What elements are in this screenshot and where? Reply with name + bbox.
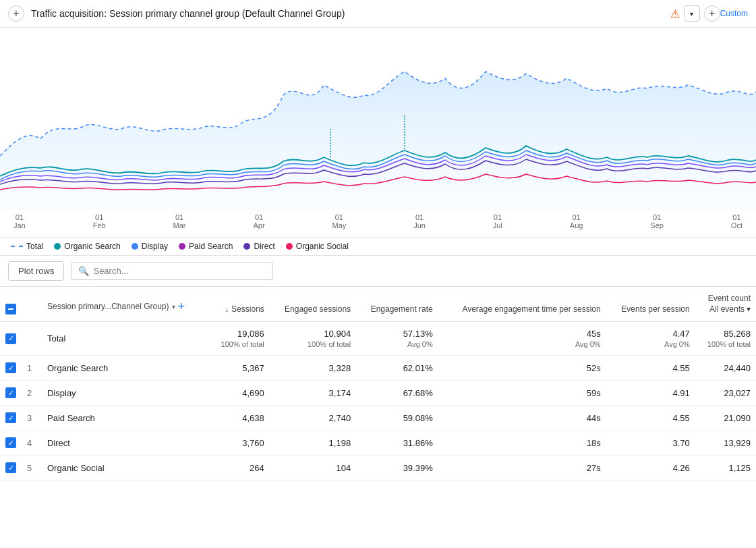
events-per-session-column-header[interactable]: Events per session [606, 287, 695, 322]
row-sessions-4: 264 [209, 456, 270, 481]
x-axis: 01 Jan 01 Feb 01 Mar 01 Apr 01 May 01 Ju… [0, 213, 756, 229]
display-legend-label: Display [142, 242, 168, 251]
row-checkbox-cell-2[interactable]: ✓ [0, 406, 22, 431]
row-checkbox-0[interactable]: ✓ [5, 362, 16, 373]
total-events-sub: Avg 0% [612, 340, 690, 348]
channel-name-3: Direct [47, 438, 70, 448]
x-label-jun: 01 Jun [413, 213, 426, 229]
row-channel-0: Organic Search [42, 356, 209, 381]
organic-social-legend-icon [286, 243, 293, 250]
legend-display[interactable]: Display [132, 242, 168, 251]
chart-container: 01 Jan 01 Feb 01 Mar 01 Apr 01 May 01 Ju… [0, 28, 756, 237]
row-engaged-0: 3,328 [270, 356, 356, 381]
organic-search-legend-icon [54, 243, 61, 250]
row-engagement-rate-1: 67.68% [356, 381, 438, 406]
row-engagement-rate-4: 39.39% [356, 456, 438, 481]
engagement-rate-column-header[interactable]: Engagement rate [356, 287, 438, 322]
add-dimension-button[interactable]: + [178, 299, 185, 314]
sessions-column-header[interactable]: ↓ Sessions [209, 287, 270, 322]
display-legend-icon [132, 243, 138, 250]
total-events-per-session-value: 4.47 [672, 329, 689, 339]
legend-organic-search[interactable]: Organic Search [54, 242, 120, 251]
row-checkbox-cell-1[interactable]: ✓ [0, 381, 22, 406]
channel-name-2: Paid Search [47, 413, 95, 423]
row-avg-engagement-3: 18s [438, 431, 606, 456]
row-rank-1: 2 [22, 381, 42, 406]
checkmark-icon: ✓ [8, 364, 14, 372]
row-event-count-3: 13,929 [695, 431, 756, 456]
engagement-rate-label: Engagement rate [371, 304, 433, 314]
row-events-per-session-1: 4.91 [606, 381, 695, 406]
checkbox-minus-icon[interactable] [5, 304, 16, 314]
row-rank-4: 5 [22, 456, 42, 481]
events-per-session-label: Events per session [621, 304, 689, 314]
x-label-feb: 01 Feb [93, 213, 106, 229]
table-header-row: Session primary...Channel Group) ▾ + ↓ S… [0, 287, 756, 322]
add-card-button[interactable]: + [8, 5, 24, 22]
row-channel-2: Paid Search [42, 406, 209, 431]
table-row: ✓ 5 Organic Social 264 104 39.39% 27s 4.… [0, 456, 756, 481]
row-checkbox-3[interactable]: ✓ [5, 437, 16, 448]
checkmark-icon: ✓ [8, 464, 14, 472]
event-count-label: Event count [708, 294, 751, 303]
row-channel-1: Display [42, 381, 209, 406]
row-checkbox-2[interactable]: ✓ [5, 412, 16, 423]
select-all-checkbox[interactable] [0, 287, 22, 322]
paid-search-legend-icon [179, 243, 185, 250]
legend-organic-social[interactable]: Organic Social [286, 242, 349, 251]
total-events-per-session-cell: 4.47 Avg 0% [606, 322, 695, 356]
total-engagement-rate-value: 57.13% [403, 329, 433, 339]
search-input[interactable] [93, 266, 266, 276]
total-engaged-cell: 10,904 100% of total [270, 322, 356, 356]
row-checkbox-4[interactable]: ✓ [5, 462, 16, 473]
row-engagement-rate-0: 62.01% [356, 356, 438, 381]
row-checkbox-1[interactable]: ✓ [5, 387, 16, 398]
title-dropdown-button[interactable]: ▾ [684, 5, 700, 22]
total-legend-label: Total [26, 242, 43, 251]
row-sessions-0: 5,367 [209, 356, 270, 381]
total-checkbox[interactable]: ✓ [5, 333, 16, 344]
paid-search-legend-label: Paid Search [189, 242, 233, 251]
row-sessions-3: 3,760 [209, 431, 270, 456]
total-legend-icon [11, 246, 23, 247]
table-row: ✓ 4 Direct 3,760 1,198 31.86% 18s 3.70 1… [0, 431, 756, 456]
row-checkbox-cell-4[interactable]: ✓ [0, 456, 22, 481]
search-box[interactable]: 🔍 [71, 262, 273, 280]
x-label-aug: 01 Aug [570, 213, 583, 229]
x-label-mar: 01 Mar [173, 213, 186, 229]
dimension-column-header[interactable]: Session primary...Channel Group) ▾ + [42, 287, 209, 322]
add-comparison-button[interactable]: + [704, 5, 720, 22]
row-avg-engagement-2: 44s [438, 406, 606, 431]
legend-direct[interactable]: Direct [243, 242, 274, 251]
checkmark-icon: ✓ [8, 335, 14, 342]
row-checkbox-cell-0[interactable]: ✓ [0, 356, 22, 381]
warning-icon[interactable]: ⚠ [670, 7, 680, 20]
total-sessions-cell: 19,086 100% of total [209, 322, 270, 356]
custom-label[interactable]: Custom [720, 9, 748, 18]
all-events-dropdown[interactable]: All events ▾ [709, 304, 751, 314]
row-engagement-rate-2: 59.08% [356, 406, 438, 431]
organic-social-legend-label: Organic Social [296, 242, 349, 251]
x-label-sep: 01 Sep [650, 213, 664, 229]
total-checkbox-cell[interactable]: ✓ [0, 322, 22, 356]
avg-engagement-column-header[interactable]: Average engagement time per session [438, 287, 606, 322]
event-count-column-header[interactable]: Event count All events ▾ [695, 287, 756, 322]
dimension-dropdown-icon[interactable]: ▾ [172, 302, 175, 311]
row-engaged-3: 1,198 [270, 431, 356, 456]
legend-paid-search[interactable]: Paid Search [179, 242, 233, 251]
total-avg-sub: Avg 0% [444, 340, 601, 348]
row-avg-engagement-0: 52s [438, 356, 606, 381]
row-events-per-session-4: 4.26 [606, 456, 695, 481]
legend-total[interactable]: Total [11, 242, 43, 251]
plot-rows-button[interactable]: Plot rows [8, 261, 64, 281]
row-events-per-session-0: 4.55 [606, 356, 695, 381]
row-engaged-2: 2,740 [270, 406, 356, 431]
row-engaged-1: 3,174 [270, 381, 356, 406]
row-checkbox-cell-3[interactable]: ✓ [0, 431, 22, 456]
total-engagement-rate-sub: Avg 0% [361, 340, 433, 348]
engaged-sessions-column-header[interactable]: Engaged sessions [270, 287, 356, 322]
total-sessions-value: 19,086 [237, 329, 264, 339]
table-row: ✓ 2 Display 4,690 3,174 67.68% 59s 4.91 … [0, 381, 756, 406]
total-event-count-sub: 100% of total [701, 340, 751, 348]
organic-search-legend-label: Organic Search [64, 242, 120, 251]
